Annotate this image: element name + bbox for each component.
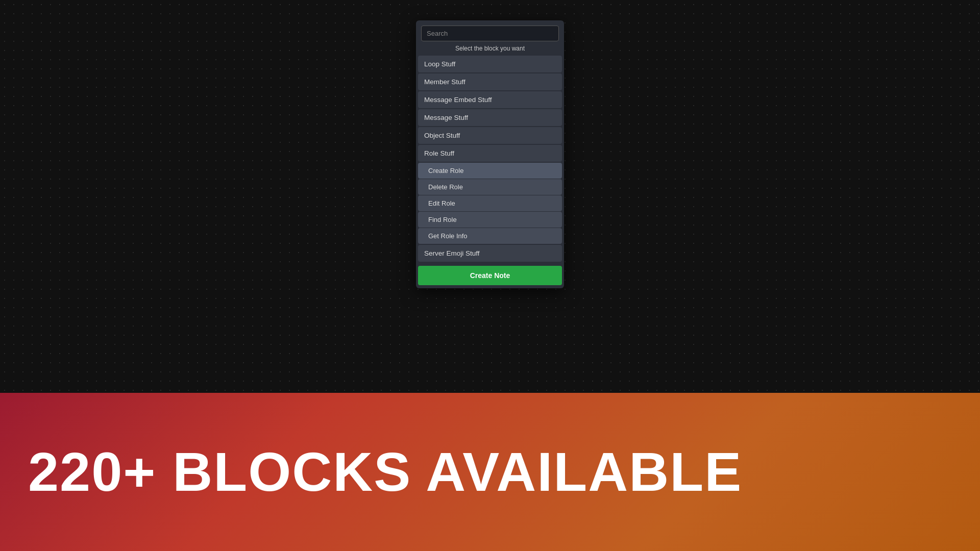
category-object-stuff[interactable]: Object Stuff xyxy=(418,127,562,144)
sub-item-delete-role[interactable]: Delete Role xyxy=(418,179,562,195)
category-loop-stuff[interactable]: Loop Stuff xyxy=(418,56,562,72)
category-role-stuff[interactable]: Role Stuff xyxy=(418,145,562,162)
categories-list[interactable]: Loop Stuff Member Stuff Message Embed St… xyxy=(416,55,564,263)
category-server-emoji-stuff[interactable]: Server Emoji Stuff xyxy=(418,245,562,262)
sub-item-edit-role[interactable]: Edit Role xyxy=(418,195,562,211)
create-note-button[interactable]: Create Note xyxy=(418,266,562,285)
sub-item-get-role-info[interactable]: Get Role Info xyxy=(418,228,562,244)
select-label: Select the block you want xyxy=(421,41,559,55)
search-area: Select the block you want xyxy=(416,20,564,55)
sub-item-create-role[interactable]: Create Role xyxy=(418,163,562,179)
category-message-embed-stuff[interactable]: Message Embed Stuff xyxy=(418,91,562,108)
bottom-banner: 220+ BLOCKS AVAILABLE xyxy=(0,393,980,551)
search-input[interactable] xyxy=(421,26,559,41)
category-message-stuff[interactable]: Message Stuff xyxy=(418,109,562,126)
sub-item-find-role[interactable]: Find Role xyxy=(418,212,562,228)
banner-text: 220+ BLOCKS AVAILABLE xyxy=(28,444,742,499)
block-selector-modal: Select the block you want Loop Stuff Mem… xyxy=(416,20,564,288)
category-member-stuff[interactable]: Member Stuff xyxy=(418,73,562,90)
